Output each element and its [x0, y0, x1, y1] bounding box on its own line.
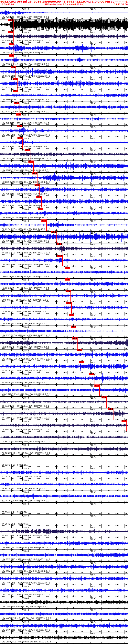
time-tick-label-right: 18:41 — [91, 385, 96, 387]
trace-row-MB-CHMT-EHZ[interactable]: 18:4018:41MB CHMT EHZ -- 99999.0km BW. H… — [0, 384, 128, 396]
time-tick-label-left: 18:40 — [23, 114, 29, 116]
channel-label: TA E04D BHZ -- 99999.0km BW. HIGHPASS. 2… — [2, 40, 50, 42]
channel-label: UW DAVN BHZ -- 99999.0km BW. HIGHPASS. 2… — [2, 157, 51, 160]
trace-row-UW-GHW-EHZ[interactable]: 18:4018:41UW GHW EHZ -- 99999.0km BW. HI… — [0, 255, 128, 266]
trace-row-UW-H2O-EHZ[interactable]: 18:4018:41UW H2O EHZ -- 99999.0km BW. HI… — [0, 314, 128, 326]
trace-row-CC-VALT-BHZ[interactable]: 18:4018:41CC VALT BHZ -- 99999.0km BW. H… — [0, 396, 128, 408]
channel-label: UW OSD EHZ -- 99999.0km BW. HIGHPASS. 2.… — [2, 63, 50, 65]
time-tick-label-right: 18:41 — [91, 161, 96, 163]
trace-row-UW-JCW-EHZ[interactable]: 18:4018:41UW JCW EHZ -- 99999.0km BW. HI… — [0, 231, 128, 243]
time-tick-label-right: 18:41 — [91, 562, 96, 564]
time-tick-label-left: 18:40 — [23, 597, 29, 600]
channel-label: UO PINE BHZ -- 99999.0km BW. HIGHPASS. 2… — [2, 346, 50, 348]
time-tick-label-left: 18:40 — [23, 232, 29, 234]
trace-row-CC-SEP-EHZ[interactable]: 18:4018:41CC SEP EHZ -- 99999.0km BW. HI… — [0, 302, 128, 314]
time-tick-label-right: 18:41 — [91, 503, 96, 505]
trace-row-CC-CLCV-EHZ[interactable]: 18:4018:41CC CLCV EHZ -- 99999.0km BW. H… — [0, 220, 128, 231]
time-tick-label-right: 18:41 — [91, 373, 96, 376]
trace-row-UW-MOON-EHZ[interactable]: 18:4018:41UW MOON EHZ -- 99999.0km BW. H… — [0, 608, 128, 620]
trace-row-TA-E04D-BHZ[interactable]: 18:4018:41TA E04D BHZ -- 99999.0km BW. H… — [0, 31, 128, 43]
channel-label: CC TCBW BHZ -- 99999.0km BW. HIGHPASS. 2… — [2, 452, 50, 454]
trace-row-UW-BEND-EHZ[interactable]: 18:4018:41UW BEND EHZ -- 99999.0km BW. H… — [0, 538, 128, 550]
trace-row-NV-NCBC-HHZ[interactable]: 18:4018:41NV NCBC HHZ -- 99999.0km BW. H… — [0, 19, 128, 31]
channel-label: PB B017 EHZ -- 99999.0km BW. HIGHPASS. 2… — [2, 476, 50, 478]
trace-row-UO-FRIS-EHZ[interactable]: 18:4018:41UO FRIS EHZ -- 99999.0km BW. H… — [0, 266, 128, 278]
time-tick-label-left: 18:40 — [23, 291, 29, 293]
trace-row-UW-GSM-EHZ[interactable]: 18:4018:41UW GSM EHZ -- 99999.0km BW. HI… — [0, 43, 128, 54]
trace-row-UW-SOS-EHZ[interactable]: 18:4018:41UW SOS EHZ -- 99999.0km BW. HI… — [0, 196, 128, 208]
trace-row-UO-PINE-BHZ[interactable]: 18:4018:41UO PINE BHZ -- 99999.0km BW. H… — [0, 337, 128, 349]
channel-label: UW RVC EHZ -- 99999.0km BW. HIGHPASS. 2.… — [2, 16, 49, 18]
trace-row-UO-IRO-EHZ[interactable]: 18:4018:41UO IRO EHZ -- 99999.0km BW. HI… — [0, 290, 128, 302]
window-start-time: 18:39:40.00 — [0, 3, 14, 6]
window-end-time: 18:41:33.00 — [114, 3, 128, 6]
trace-row-CC-PRLK-BHZ[interactable]: 18:4018:41CC PRLK BHZ -- 99999.0km BW. H… — [0, 432, 128, 444]
scale-note: (RMS noise over 6.0 s scaled 20.0 x) — [44, 3, 84, 6]
trace-row-UW-GMO-EHZ[interactable]: 18:4018:41UW GMO EHZ -- 99999.0km BW. HI… — [0, 125, 128, 137]
trace-row-UW-FMW-EHZ[interactable]: 18:4018:41UW FMW EHZ -- 99999.0km BW. HI… — [0, 573, 128, 585]
trace-row-PB-B017-EHZ[interactable]: 18:4018:41PB B017 EHZ -- 99999.0km BW. H… — [0, 467, 128, 479]
trace-row-NC-LGB-EHZ-02[interactable]: 18:4018:41NC LGB EHZ 02 99999.0km BW. HI… — [0, 172, 128, 184]
time-tick-label-left: 18:40 — [23, 208, 29, 210]
trace-row-UW-LEBA-HHZ[interactable]: 18:4018:41UW LEBA HHZ -- 99999.0km BW. H… — [0, 597, 128, 608]
time-tick-label-right: 18:41 — [91, 338, 96, 340]
trace-row-UW-LCW-EHZ[interactable]: 18:4018:41UW LCW EHZ -- 99999.0km BW. HI… — [0, 585, 128, 597]
time-tick-label-left: 18:40 — [23, 43, 29, 46]
trace-row-PB-B018-EHZ[interactable]: 18:4018:41PB B018 EHZ -- 99999.0km BW. H… — [0, 479, 128, 490]
trace-row-UW-NN21-EHZ-01[interactable]: 18:4018:41UW NN21 EHZ 01 99999.0km BW. H… — [0, 349, 128, 361]
time-tick-label-right: 18:41 — [91, 632, 96, 635]
trace-row-PB-B032-EHZ[interactable]: 18:4018:41PB B032 EHZ -- 99999.0km BW. H… — [0, 102, 128, 113]
time-tick-label-left: 18:40 — [23, 432, 29, 434]
trace-row-UW-SVOH-EHZ[interactable]: 18:4018:41UW SVOH EHZ -- 99999.0km BW. H… — [0, 208, 128, 220]
channel-label: UW SVOH EHZ -- 99999.0km BW. HIGHPASS. 2… — [2, 216, 51, 218]
trace-row-UW-STOR-HHZ[interactable]: 18:4018:41UW STOR HHZ -- 99999.0km BW. H… — [0, 632, 128, 644]
channel-label: UW GMO EHZ -- 99999.0km BW. HIGHPASS. 2.… — [2, 134, 50, 136]
time-tick-label-right: 18:41 — [91, 32, 96, 34]
channel-label: UW MORO EHZ -- 99999.0km BW. HIGHPASS. 2… — [2, 98, 52, 100]
trace-row-UW-CPW-EHZ[interactable]: 18:4018:41UW CPW EHZ -- 99999.0km BW. HI… — [0, 561, 128, 573]
time-tick-label-left: 18:40 — [23, 586, 29, 588]
trace-row-UW-DAVN-BHZ[interactable]: 18:4018:41UW DAVN BHZ -- 99999.0km BW. H… — [0, 149, 128, 160]
trace-row-UW-SMW-EHZ[interactable]: 18:4018:41UW SMW EHZ -- 99999.0km BW. HI… — [0, 620, 128, 632]
time-tick-label-right: 18:41 — [91, 468, 96, 470]
trace-row-UW-WPO-EHZ[interactable]: 18:4018:41UW WPO EHZ -- 99999.0km BW. HI… — [0, 326, 128, 337]
trace-row-UW-RVC-EHZ[interactable]: 18:4018:41UW RVC EHZ -- 99999.0km BW. HI… — [0, 7, 128, 19]
trace-row-UW-DY2-EHZ[interactable]: 18:4018:41UW DY2 EHZ -- 99999.0km BW. HI… — [0, 113, 128, 125]
trace-row-UW-BOW-EHZ[interactable]: 18:4018:41UW BOW EHZ -- 99999.0km BW. HI… — [0, 550, 128, 561]
channel-label: NC LGB EHZ 02 99999.0km BW. HIGHPASS. 2.… — [2, 181, 50, 183]
trace-row-CC-WIFE-BHZ[interactable]: 18:4018:41CC WIFE BHZ -- 99999.0km — [0, 455, 128, 467]
channel-label: UO FRIS EHZ -- 99999.0km BW. HIGHPASS. 2… — [2, 275, 49, 278]
trace-row-UW-RCS-EHZ[interactable]: 18:4018:41UW RCS EHZ -- 99999.0km BW. HI… — [0, 184, 128, 196]
trace-row-CN-PNT-BHZ[interactable]: 18:4018:41CN PNT BHZ -- 99999.0km BW. HI… — [0, 420, 128, 432]
channel-label: UW KOS EHZ -- 99999.0km BW. HIGHPASS. 2.… — [2, 146, 49, 148]
trace-row-PB-B943-EHZ[interactable]: 18:4018:41PB B943 EHZ -- 99999.0km BW. H… — [0, 373, 128, 384]
trace-row-UO-HUO-EHZ[interactable]: 18:4018:41UO HUO EHZ -- 99999.0km BW. HI… — [0, 278, 128, 290]
trace-row-PB-B019-EHZ[interactable]: 18:4018:41PB B019 EHZ -- 99999.0km BW. H… — [0, 490, 128, 502]
channel-label: UW DY2 EHZ -- 99999.0km BW. HIGHPASS. 2.… — [2, 122, 49, 124]
trace-row-TA-D04D-BHZ[interactable]: 18:4018:41TA D04D BHZ -- 99999.0km — [0, 514, 128, 526]
trace-row-TA-F05D-BHZ[interactable]: 18:4018:41TA F05D BHZ -- 99999.0km BW. H… — [0, 408, 128, 420]
trace-row-UW-MORO-EHZ[interactable]: 18:4018:41UW MORO EHZ -- 99999.0km BW. H… — [0, 90, 128, 102]
channel-label: UW CPW EHZ -- 99999.0km BW. HIGHPASS. 2.… — [2, 570, 50, 572]
time-tick-label-left: 18:40 — [23, 32, 29, 34]
time-tick-label-left: 18:40 — [23, 385, 29, 387]
time-tick-label-right: 18:41 — [91, 196, 96, 198]
trace-row-PB-B941-EHZ[interactable]: 18:4018:41PB B941 EHZ -- 99999.0km — [0, 502, 128, 514]
time-tick-label-right: 18:41 — [91, 267, 96, 269]
trace-row-UW-OSD-EHZ[interactable]: 18:4018:41UW OSD EHZ -- 99999.0km BW. HI… — [0, 54, 128, 66]
trace-row-TA-B05D-BHZ[interactable]: 18:4018:41TA B05D BHZ -- 99999.0km BW. H… — [0, 243, 128, 255]
trace-row-PB-B013-EHZ[interactable]: 18:4018:41PB B013 EHZ -- 99999.0km BW. H… — [0, 361, 128, 373]
trace-row-TA-I05D-BHZ[interactable]: 18:4018:41TA I05D BHZ -- 99999.0km BW. H… — [0, 526, 128, 538]
channel-label: UO IRO EHZ -- 99999.0km BW. HIGHPASS. 2.… — [2, 299, 48, 301]
channel-label: TA F05D BHZ -- 99999.0km BW. HIGHPASS. 2… — [2, 417, 50, 419]
trace-row-UW-RRHS-EHZ[interactable]: 18:4018:41UW RRHS EHZ -- 99999.0km BW. H… — [0, 160, 128, 172]
time-tick-label-left: 18:40 — [23, 515, 29, 517]
channel-label: PB B943 EHZ -- 99999.0km BW. HIGHPASS. 2… — [2, 381, 50, 384]
time-tick-label-left: 18:40 — [23, 373, 29, 376]
trace-row-PB-B031-EHZ[interactable]: 18:4018:41PB B031 EHZ -- 99999.0km BW. H… — [0, 78, 128, 90]
trace-row-UW-KOS-EHZ[interactable]: 18:4018:41UW KOS EHZ -- 99999.0km BW. HI… — [0, 137, 128, 149]
trace-row-CC-CLMS-EHZ[interactable]: 18:4018:41CC CLMS EHZ -- 99999.0km BW. H… — [0, 66, 128, 78]
time-tick-label-right: 18:41 — [91, 574, 96, 576]
trace-row-CC-TCBW-BHZ[interactable]: 18:4018:41CC TCBW BHZ -- 99999.0km BW. H… — [0, 444, 128, 455]
channel-label: CC CLCV EHZ -- 99999.0km BW. HIGHPASS. 2… — [2, 228, 50, 230]
